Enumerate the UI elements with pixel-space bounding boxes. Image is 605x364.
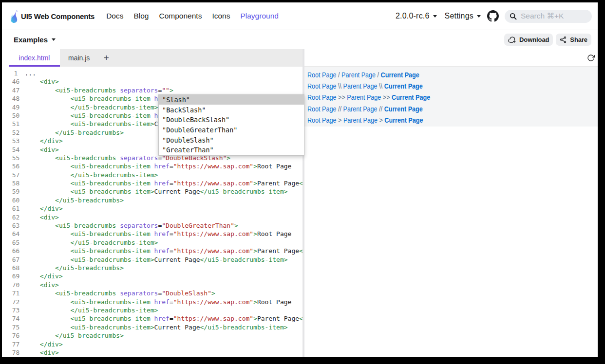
code-line[interactable]: 72 <ui5-breadcrumbs-item href="https://w… bbox=[9, 298, 302, 306]
code-line[interactable]: 47 <ui5-breadcrumbs separators=""> bbox=[9, 86, 302, 94]
line-content: <div> bbox=[23, 146, 59, 154]
tab-label: index.html bbox=[19, 54, 50, 62]
line-content: </ui5-breadcrumbs-item> bbox=[23, 238, 158, 247]
line-content: </ui5-breadcrumbs> bbox=[23, 264, 124, 272]
breadcrumb-separator: >> bbox=[337, 93, 347, 101]
breadcrumb-link[interactable]: Root Page bbox=[307, 71, 337, 79]
line-number: 74 bbox=[9, 314, 23, 323]
breadcrumb-row: Root Page > Parent Page > Current Page bbox=[307, 115, 568, 126]
line-content: <ui5-breadcrumbs-item>Current Page</ui5-… bbox=[23, 323, 288, 331]
autocomplete-item[interactable]: "BackSlash" bbox=[159, 105, 304, 115]
code-line[interactable]: 46 <div> bbox=[9, 77, 302, 86]
breadcrumb-row: Root Page >> Parent Page >> Current Page bbox=[307, 92, 568, 103]
line-number: 67 bbox=[9, 255, 23, 264]
tab-main-js[interactable]: main.js bbox=[60, 49, 98, 67]
playground-card: index.html main.js + 1...46 <div>47 <ui5… bbox=[9, 49, 598, 357]
brand[interactable]: UI5 Web Components bbox=[9, 9, 95, 23]
code-line[interactable]: 78 <div> bbox=[9, 348, 302, 357]
autocomplete-item[interactable]: "GreaterThan" bbox=[159, 145, 304, 155]
autocomplete-item[interactable]: "DoubleBackSlash" bbox=[159, 115, 304, 125]
breadcrumb-link[interactable]: Root Page bbox=[307, 105, 337, 113]
code-line[interactable]: 64 <ui5-breadcrumbs-item href="https://w… bbox=[9, 230, 302, 238]
autocomplete-item[interactable]: "DoubleGreaterThan" bbox=[159, 125, 304, 135]
code-line[interactable]: 66 <ui5-breadcrumbs-item href="https://w… bbox=[9, 247, 302, 255]
share-button[interactable]: Share bbox=[556, 34, 591, 46]
breadcrumb-separator: / bbox=[376, 71, 381, 79]
code-line[interactable]: 62 <div> bbox=[9, 213, 302, 221]
line-number: 53 bbox=[9, 137, 23, 145]
line-content: <div> bbox=[23, 281, 59, 289]
breadcrumb-current: Current Page bbox=[384, 105, 423, 113]
code-line[interactable]: 71 <ui5-breadcrumbs separators="DoubleSl… bbox=[9, 289, 302, 297]
settings-dropdown[interactable]: Settings bbox=[445, 12, 481, 20]
autocomplete-item[interactable]: "DoubleSlash" bbox=[159, 135, 304, 145]
new-tab-button[interactable]: + bbox=[101, 49, 111, 67]
code-line[interactable]: 1... bbox=[9, 69, 302, 77]
code-line[interactable]: 58 <ui5-breadcrumbs-item href="https://w… bbox=[9, 179, 302, 187]
code-line[interactable]: 69 </div> bbox=[9, 272, 302, 280]
code-line[interactable]: 77 </div> bbox=[9, 340, 302, 348]
github-link[interactable] bbox=[487, 10, 499, 22]
line-number: 65 bbox=[9, 238, 23, 247]
tab-index-html[interactable]: index.html bbox=[9, 49, 60, 67]
code-line[interactable]: 61 </div> bbox=[9, 204, 302, 213]
nav-item-blog[interactable]: Blog bbox=[133, 12, 149, 20]
github-icon bbox=[487, 10, 499, 22]
code-line[interactable]: 67 <ui5-breadcrumbs-item>Current Page</u… bbox=[9, 255, 302, 264]
line-number: 69 bbox=[9, 272, 23, 280]
code-line[interactable]: 75 <ui5-breadcrumbs-item>Current Page</u… bbox=[9, 323, 302, 331]
breadcrumb-separator: >> bbox=[381, 93, 392, 101]
code-line[interactable]: 68 </ui5-breadcrumbs> bbox=[9, 264, 302, 272]
line-number: 47 bbox=[9, 86, 23, 94]
line-number: 48 bbox=[9, 94, 23, 103]
code-line[interactable]: 56 <ui5-breadcrumbs-item href="https://w… bbox=[9, 162, 302, 170]
line-content: </ui5-breadcrumbs> bbox=[23, 128, 124, 137]
chevron-down-icon bbox=[477, 15, 481, 18]
search-icon bbox=[510, 13, 517, 20]
breadcrumbs-result-block: Root Page / Parent Page / Current PageRo… bbox=[304, 67, 598, 127]
preview-toolbar bbox=[304, 49, 598, 67]
code-line[interactable]: 63 <ui5-breadcrumbs separators="DoubleGr… bbox=[9, 221, 302, 230]
nav-item-components[interactable]: Components bbox=[159, 12, 202, 20]
version-label: 2.0.0-rc.6 bbox=[396, 12, 430, 20]
breadcrumb-link[interactable]: Root Page bbox=[307, 93, 337, 101]
examples-dropdown[interactable]: Examples bbox=[14, 36, 56, 44]
download-button[interactable]: Download bbox=[504, 34, 553, 46]
line-number: 49 bbox=[9, 103, 23, 111]
version-dropdown[interactable]: 2.0.0-rc.6 bbox=[396, 12, 437, 20]
code-line[interactable]: 65 </ui5-breadcrumbs-item> bbox=[9, 238, 302, 247]
breadcrumb-link[interactable]: Parent Page bbox=[341, 71, 376, 79]
nav-item-icons[interactable]: Icons bbox=[212, 12, 230, 20]
refresh-button[interactable] bbox=[587, 54, 595, 62]
chevron-down-icon bbox=[52, 38, 56, 41]
line-content: </ui5-breadcrumbs-item> bbox=[23, 103, 158, 111]
code-line[interactable]: 60 </ui5-breadcrumbs> bbox=[9, 196, 302, 204]
code-line[interactable]: 74 <ui5-breadcrumbs-item href="https://w… bbox=[9, 314, 302, 323]
code-line[interactable]: 73 </ui5-breadcrumbs-item> bbox=[9, 306, 302, 314]
code-line[interactable]: 76 </ui5-breadcrumbs> bbox=[9, 331, 302, 340]
nav-item-docs[interactable]: Docs bbox=[106, 12, 123, 20]
breadcrumb-separator: \\ bbox=[378, 82, 384, 90]
code-line[interactable]: 59 <ui5-breadcrumbs-item>Current Page</u… bbox=[9, 187, 302, 196]
line-number: 64 bbox=[9, 230, 23, 238]
breadcrumb-link[interactable]: Root Page bbox=[307, 116, 337, 124]
settings-label: Settings bbox=[445, 12, 473, 20]
breadcrumb-link[interactable]: Parent Page bbox=[343, 105, 378, 113]
line-number: 76 bbox=[9, 331, 23, 340]
search-input[interactable]: Search ⌘+K bbox=[505, 10, 592, 23]
breadcrumb-link[interactable]: Root Page bbox=[307, 82, 337, 90]
app-window: UI5 Web Components DocsBlogComponentsIco… bbox=[2, 2, 598, 357]
breadcrumb-link[interactable]: Parent Page bbox=[343, 82, 378, 90]
breadcrumb-link[interactable]: Parent Page bbox=[343, 116, 378, 124]
line-number: 72 bbox=[9, 298, 23, 306]
breadcrumb-row: Root Page // Parent Page // Current Page bbox=[307, 103, 568, 114]
code-line[interactable]: 70 <div> bbox=[9, 281, 302, 289]
share-label: Share bbox=[570, 36, 587, 43]
autocomplete-item[interactable]: "Slash" bbox=[159, 95, 304, 105]
line-number: 57 bbox=[9, 171, 23, 179]
download-label: Download bbox=[519, 36, 549, 43]
nav-item-playground[interactable]: Playground bbox=[240, 12, 278, 20]
code-line[interactable]: 57 </ui5-breadcrumbs-item> bbox=[9, 171, 302, 179]
breadcrumb-link[interactable]: Parent Page bbox=[347, 93, 381, 101]
line-content: <ui5-breadcrumbs-item>Current Page</ui5-… bbox=[23, 255, 288, 264]
